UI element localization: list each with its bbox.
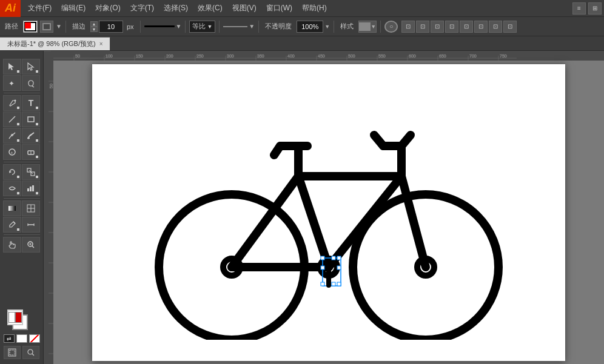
svg-line-91 xyxy=(401,135,411,146)
svg-text:750: 750 xyxy=(500,54,507,58)
svg-rect-106 xyxy=(337,282,341,286)
arrange-btn[interactable]: ⊞ xyxy=(588,2,602,15)
measure-tool[interactable] xyxy=(22,217,40,233)
svg-rect-18 xyxy=(8,206,16,211)
zoom-level-btn[interactable] xyxy=(22,346,39,359)
dropdown-arrow[interactable]: ▼ xyxy=(56,23,62,30)
pencil-tool[interactable] xyxy=(3,128,21,144)
arrange-btn1[interactable]: ⊡ xyxy=(401,21,415,33)
svg-text:50: 50 xyxy=(49,84,53,88)
svg-rect-4 xyxy=(28,117,34,122)
tool-row-9 xyxy=(3,200,40,216)
svg-rect-104 xyxy=(321,282,324,286)
pen-tool[interactable] xyxy=(3,95,21,111)
workspace-btn[interactable]: ≡ xyxy=(572,2,586,15)
hand-tool[interactable] xyxy=(3,237,21,253)
stroke-down[interactable]: ▼ xyxy=(90,27,98,32)
rect-tool[interactable] xyxy=(22,111,40,127)
svg-text:250: 250 xyxy=(196,54,204,58)
swap-colors-btn[interactable]: ⇄ xyxy=(4,334,15,343)
stroke-preview xyxy=(144,25,175,27)
tool-sep-3 xyxy=(4,198,40,199)
menu-text[interactable]: 文字(T) xyxy=(126,0,159,16)
canvas-area: 50 100 150 200 250 300 350 400 450 500 5… xyxy=(44,51,604,364)
svg-text:600: 600 xyxy=(409,54,416,58)
tab-title: 未标题-1* @ 98% (RGB/预览) xyxy=(7,39,96,48)
svg-text:150: 150 xyxy=(136,54,143,58)
artboard-tool[interactable] xyxy=(4,346,21,359)
svg-text:350: 350 xyxy=(257,54,264,58)
rotate-tool[interactable] xyxy=(3,164,21,180)
fill-selector[interactable] xyxy=(40,21,53,33)
stroke-color-swatch[interactable] xyxy=(23,21,38,33)
tool-row-6: + xyxy=(3,144,40,160)
arrange-btn7[interactable]: ⊡ xyxy=(489,21,502,33)
tool-indicator xyxy=(17,70,19,73)
menu-object[interactable]: 对象(O) xyxy=(90,0,125,16)
stroke-label: 描边 xyxy=(70,22,88,31)
menu-effect[interactable]: 效果(C) xyxy=(193,0,227,16)
text-tool[interactable]: T xyxy=(22,95,40,111)
gradient-tool[interactable] xyxy=(3,200,21,216)
menu-view[interactable]: 视图(V) xyxy=(227,0,261,16)
tab-close-btn[interactable]: × xyxy=(99,41,103,47)
document-tab[interactable]: 未标题-1* @ 98% (RGB/预览) × xyxy=(0,37,110,50)
arrange-btn6[interactable]: ⊡ xyxy=(474,21,488,33)
svg-text:700: 700 xyxy=(469,54,477,58)
tool-indicator xyxy=(17,139,19,142)
eraser-tool[interactable] xyxy=(22,144,40,160)
arrange-icons: ⊡ ⊡ ⊡ ⊡ ⊡ ⊡ ⊡ ⊡ xyxy=(401,21,517,33)
direct-select-tool[interactable] xyxy=(22,59,40,74)
stroke-unit: px xyxy=(124,23,136,30)
select-tool[interactable] xyxy=(3,59,21,74)
blob-tool[interactable]: + xyxy=(3,144,21,160)
lasso-tool[interactable] xyxy=(22,75,40,91)
svg-rect-15 xyxy=(27,188,29,191)
svg-line-22 xyxy=(13,222,15,223)
menu-help[interactable]: 帮助(H) xyxy=(297,0,332,16)
brush-tool[interactable] xyxy=(22,128,40,144)
line-tool[interactable] xyxy=(3,111,21,127)
menu-edit[interactable]: 编辑(E) xyxy=(56,0,90,16)
svg-text:✦: ✦ xyxy=(8,79,15,88)
svg-text:50: 50 xyxy=(75,54,80,58)
arrange-btn4[interactable]: ⊡ xyxy=(445,21,458,33)
main-area: ✦ T xyxy=(0,51,604,364)
tool-row-2: ✦ xyxy=(3,75,40,91)
tool-indicator xyxy=(17,176,19,178)
menu-window[interactable]: 窗口(W) xyxy=(261,0,297,16)
scale-dropdown[interactable]: 等比 ▼ xyxy=(189,21,215,33)
foreground-color-swatch[interactable] xyxy=(7,309,23,325)
arrange-btn2[interactable]: ⊡ xyxy=(416,21,429,33)
svg-point-2 xyxy=(15,100,16,102)
menu-select[interactable]: 选择(S) xyxy=(159,0,193,16)
circle-btn[interactable]: ○ xyxy=(384,21,398,33)
mesh-tool[interactable] xyxy=(22,200,40,216)
default-colors-btn[interactable] xyxy=(16,334,27,343)
column-graph-tool[interactable] xyxy=(22,180,40,196)
svg-text:+: + xyxy=(10,150,13,156)
tool-row-8 xyxy=(3,180,40,196)
tool-row-5 xyxy=(3,128,40,144)
magic-wand-tool[interactable]: ✦ xyxy=(3,75,21,91)
scale-tool[interactable] xyxy=(22,164,40,180)
style-swatch[interactable]: ▼ xyxy=(358,21,377,33)
warp-tool[interactable] xyxy=(3,180,21,196)
menu-file[interactable]: 文件(F) xyxy=(23,0,56,16)
tool-row-3: T xyxy=(3,95,40,111)
arrange-btn3[interactable]: ⊡ xyxy=(431,21,444,33)
eyedropper-tool[interactable] xyxy=(3,217,21,233)
ruler-left: 50 xyxy=(44,51,53,364)
none-color-btn[interactable] xyxy=(29,334,40,343)
arrange-btn8[interactable]: ⊡ xyxy=(503,21,517,33)
tool-row-7 xyxy=(3,164,40,180)
tool-indicator xyxy=(17,123,19,125)
arrange-btn5[interactable]: ⊡ xyxy=(460,21,473,33)
stroke-up[interactable]: ▲ xyxy=(90,21,98,27)
zoom-tool[interactable] xyxy=(22,237,40,253)
svg-line-27 xyxy=(32,246,34,248)
stroke-input[interactable] xyxy=(99,21,123,33)
svg-rect-31 xyxy=(10,350,15,355)
color-swatches xyxy=(7,309,36,333)
opacity-input[interactable] xyxy=(297,21,323,33)
